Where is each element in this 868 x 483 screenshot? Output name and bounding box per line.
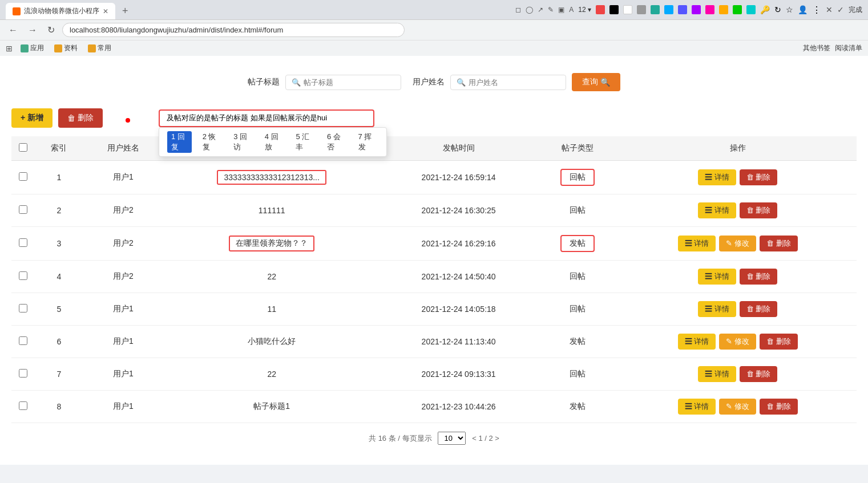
star-icon[interactable]: ☆ xyxy=(786,5,793,14)
reading-list-label: 阅读清单 xyxy=(835,44,862,52)
detail-button[interactable]: ☰ 详情 xyxy=(698,366,736,382)
color-black-swatch[interactable] xyxy=(609,5,619,14)
query-btn-label: 查询 xyxy=(582,77,598,87)
content-highlighted: 33333333333312312313... xyxy=(217,170,326,185)
add-button[interactable]: + 新增 xyxy=(11,108,53,128)
row-checkbox[interactable] xyxy=(19,205,27,214)
cell-time: 2021-12-24 16:59:14 xyxy=(381,161,536,194)
dropdown-item-7[interactable]: 7 挥发 xyxy=(354,131,379,153)
edit-button[interactable]: ✎ 修改 xyxy=(719,334,756,350)
page-size-select[interactable]: 10 20 50 xyxy=(438,432,466,445)
refresh-button[interactable]: ↻ xyxy=(45,23,58,36)
color-green-swatch[interactable] xyxy=(733,5,742,14)
delete-button[interactable]: 🗑 删除 xyxy=(58,108,103,128)
row-delete-button[interactable]: 🗑 删除 xyxy=(740,301,778,317)
bookmark-apps[interactable]: 应用 xyxy=(18,42,46,54)
bookmark-common-label: 常用 xyxy=(98,43,111,53)
query-button[interactable]: 查询 🔍 xyxy=(572,73,620,91)
row-delete-button[interactable]: 🗑 删除 xyxy=(740,202,778,218)
dropdown-item-4[interactable]: 4 回放 xyxy=(261,131,285,153)
color-white-swatch[interactable] xyxy=(623,5,632,14)
header-type: 帖子类型 xyxy=(536,136,619,161)
row-checkbox[interactable] xyxy=(19,336,27,345)
color-blue-swatch[interactable] xyxy=(678,5,687,14)
key-icon[interactable]: 🔑 xyxy=(760,5,770,14)
username-input[interactable] xyxy=(469,78,560,87)
detail-button[interactable]: ☰ 详情 xyxy=(678,236,716,251)
detail-button[interactable]: ☰ 详情 xyxy=(698,269,736,285)
row-checkbox[interactable] xyxy=(19,401,27,410)
table-row: 6用户1小猫吃什么好2021-12-24 11:13:40发帖☰ 详情✎ 修改🗑… xyxy=(11,326,857,358)
color-orange-swatch[interactable] xyxy=(719,5,728,14)
cell-actions: ☰ 详情🗑 删除 xyxy=(619,293,857,326)
color-gray-swatch[interactable] xyxy=(637,5,646,14)
header-checkbox[interactable] xyxy=(11,136,34,161)
detail-button[interactable]: ☰ 详情 xyxy=(698,202,736,218)
post-title-input[interactable] xyxy=(304,78,395,87)
color-cyan-swatch[interactable] xyxy=(664,5,673,14)
row-delete-button[interactable]: 🗑 删除 xyxy=(760,334,798,350)
edit-button[interactable]: ✎ 修改 xyxy=(719,236,756,251)
row-checkbox[interactable] xyxy=(19,172,27,181)
color-lime-swatch[interactable] xyxy=(746,5,756,14)
detail-button[interactable]: ☰ 详情 xyxy=(698,169,736,185)
dropdown-item-2[interactable]: 2 恢复 xyxy=(199,131,223,153)
row-checkbox[interactable] xyxy=(19,238,27,247)
forward-button[interactable]: → xyxy=(25,24,40,36)
red-dot-indicator xyxy=(126,118,130,123)
bookmark-common[interactable]: 常用 xyxy=(86,42,114,54)
profile-icon[interactable]: 👤 xyxy=(798,5,808,14)
refresh-icon2[interactable]: ↻ xyxy=(774,5,781,14)
table-row: 8用户1帖子标题12021-12-23 10:44:26发帖☰ 详情✎ 修改🗑 … xyxy=(11,391,857,423)
search-user-icon: 🔍 xyxy=(457,78,466,87)
check-icon[interactable]: ✓ xyxy=(837,5,844,14)
pencil-icon[interactable]: ✎ xyxy=(548,6,554,14)
color-red-swatch[interactable] xyxy=(596,5,605,14)
dropdown-item-3[interactable]: 3 回访 xyxy=(229,131,254,153)
row-delete-button[interactable]: 🗑 删除 xyxy=(740,269,778,285)
autocomplete-input[interactable] xyxy=(167,114,366,123)
font-icon[interactable]: A xyxy=(569,6,574,14)
row-checkbox[interactable] xyxy=(19,369,27,378)
detail-button[interactable]: ☰ 详情 xyxy=(678,334,716,350)
back-button[interactable]: ← xyxy=(6,24,21,36)
cell-actions: ☰ 详情🗑 删除 xyxy=(619,358,857,391)
cell-time: 2021-12-24 14:05:18 xyxy=(381,293,536,326)
query-search-icon: 🔍 xyxy=(600,78,610,87)
screenshot-icon[interactable]: ▣ xyxy=(558,6,564,14)
cell-time: 2021-12-24 14:50:40 xyxy=(381,261,536,293)
edit-button[interactable]: ✎ 修改 xyxy=(719,399,756,415)
close-window-icon[interactable]: ✕ xyxy=(826,5,833,14)
dropdown-item-6[interactable]: 6 会否 xyxy=(323,131,348,153)
dropdown-item-1[interactable]: 1 回复 xyxy=(167,131,192,153)
color-pink-swatch[interactable] xyxy=(705,5,714,14)
color-purple-swatch[interactable] xyxy=(692,5,701,14)
row-delete-button[interactable]: 🗑 删除 xyxy=(760,236,798,251)
pagination-nav: < 1 / 2 > xyxy=(468,434,499,443)
other-bookmarks-label: 其他书签 xyxy=(803,44,830,52)
row-delete-button[interactable]: 🗑 删除 xyxy=(760,399,798,415)
address-input[interactable] xyxy=(62,23,405,37)
tab-close-icon[interactable]: ✕ xyxy=(103,7,108,15)
autocomplete-dropdown: 1 回复 2 恢复 3 回访 4 回放 5 汇丰 6 会否 7 挥发 xyxy=(159,127,387,157)
row-delete-button[interactable]: 🗑 删除 xyxy=(740,169,778,185)
other-bookmarks[interactable]: 其他书签 xyxy=(803,43,830,53)
window-circle-icon[interactable]: ◯ xyxy=(526,6,533,14)
row-checkbox[interactable] xyxy=(19,271,27,280)
bookmark-material[interactable]: 资料 xyxy=(52,42,80,54)
cell-index: 7 xyxy=(34,358,84,391)
row-delete-button[interactable]: 🗑 删除 xyxy=(740,366,778,382)
color-teal-swatch[interactable] xyxy=(651,5,660,14)
more-icon[interactable]: ⋮ xyxy=(812,5,821,15)
cell-index: 2 xyxy=(34,194,84,227)
detail-button[interactable]: ☰ 详情 xyxy=(698,301,736,317)
reading-list[interactable]: 阅读清单 xyxy=(835,43,862,53)
row-checkbox[interactable] xyxy=(19,304,27,312)
dropdown-item-5[interactable]: 5 汇丰 xyxy=(292,131,316,153)
cell-index: 5 xyxy=(34,293,84,326)
window-arrow-icon[interactable]: ↗ xyxy=(538,6,543,14)
new-tab-button[interactable]: + xyxy=(118,5,133,17)
window-restore-icon[interactable]: ◻ xyxy=(515,6,521,14)
detail-button[interactable]: ☰ 详情 xyxy=(678,399,716,415)
select-all-checkbox[interactable] xyxy=(19,143,27,152)
